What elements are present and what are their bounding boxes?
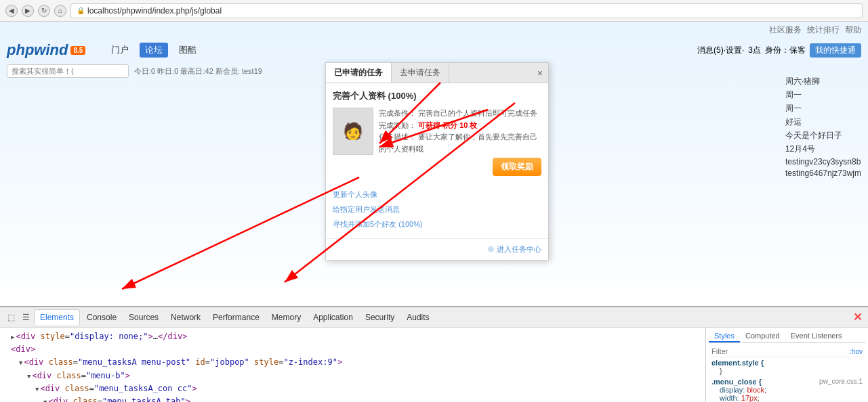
forward-button[interactable]: ▶ [22, 5, 34, 17]
side-panel: 周六·猪脚 周一 周一 好运 今天是个好日子 12月4号 testingv23c… [785, 76, 861, 180]
task-center-link[interactable]: ※ 进入任务中心 [487, 244, 541, 254]
html-line-2[interactable]: <div> [3, 343, 703, 356]
devtools-phone-icon[interactable]: ☰ [19, 311, 33, 324]
devtools-tab-security[interactable]: Security [360, 310, 400, 325]
popup-footer: ※ 进入任务中心 [326, 238, 548, 260]
html-line-1[interactable]: ▶<div style="display: none;">…</div> [3, 330, 703, 343]
site-header: phpwind 8.5 门户 论坛 图酷 消息(5)·设置· 3点 身份：保客 … [0, 39, 868, 62]
main-nav: 门户 论坛 图酷 [106, 43, 202, 58]
devtools-panel: ⬚ ☰ Elements Console Sources Network Per… [0, 306, 868, 402]
task-content: 🧑 完成条件： 完善自己的个人资料后即可完成任务 完成奖励： 可获得 积分 10… [333, 108, 541, 176]
logo-area: phpwind 8.5 [7, 41, 85, 59]
popup-close-button[interactable]: × [532, 63, 548, 83]
style-source: pw_core.css:1 [819, 378, 863, 385]
task-link-1[interactable]: 更新个人头像 [333, 187, 541, 202]
popup-tab-apply[interactable]: 去申请任务 [392, 63, 449, 83]
popup-tabs: 已申请的任务 去申请任务 × [326, 63, 548, 83]
search-input[interactable] [7, 64, 129, 78]
styles-tab-styles[interactable]: Styles [709, 330, 740, 342]
html-line-4[interactable]: ▼<div class="menu-b"> [3, 370, 703, 382]
html-line-5[interactable]: ▼<div class="menu_tasksA_con cc"> [3, 382, 703, 395]
devtools-tab-memory[interactable]: Memory [266, 310, 306, 325]
hov-button[interactable]: :hov [850, 348, 863, 355]
task-popup: 已申请的任务 去申请任务 × 完善个人资料 (100%) 🧑 完成条件： 完善自… [325, 62, 549, 261]
sub-info: 今日:0 昨日:0 最高日:42 新会员: test19 [134, 66, 262, 76]
url-text: localhost/phpwind/index.php/js/global [87, 6, 222, 16]
page-content: 社区服务 统计排行 帮助 phpwind 8.5 门户 论坛 图酷 消息(5)·… [0, 22, 868, 306]
nav-stats[interactable]: 统计排行 [807, 24, 840, 36]
style-display: display: block; [711, 386, 863, 394]
style-rule-1: element.style { } [709, 357, 865, 376]
side-item-3[interactable]: 周一 [785, 103, 861, 114]
menu-close-selector: .menu_close { [711, 378, 762, 386]
devtools-toolbar: ⬚ ☰ Elements Console Sources Network Per… [0, 307, 868, 328]
address-bar[interactable]: 🔒 localhost/phpwind/index.php/js/global [70, 3, 863, 18]
filter-input[interactable] [711, 347, 847, 355]
nav-community[interactable]: 社区服务 [769, 24, 802, 36]
styles-tab-computed[interactable]: Computed [740, 330, 785, 342]
devtools-tab-performance[interactable]: Performance [207, 310, 265, 325]
lock-icon: 🔒 [77, 7, 85, 14]
nav-gallery[interactable]: 图酷 [173, 43, 202, 58]
task-avatar: 🧑 [333, 108, 373, 155]
element-style-selector: element.style { [711, 359, 863, 367]
devtools-body: ▶<div style="display: none;">…</div> <di… [0, 328, 868, 402]
devtools-tab-console[interactable]: Console [81, 310, 122, 325]
task-links: 更新个人头像 给指定用户发送消息 寻找并添加5个好友 (100%) [333, 181, 541, 231]
nav-help[interactable]: 帮助 [845, 24, 861, 36]
style-width: width: 17px; [711, 394, 863, 402]
menu-close-selector-row: .menu_close { pw_core.css:1 [711, 378, 863, 386]
task-desc: 任务描述： 要让大家了解你，首先要先完善自己的个人资料哦 [379, 131, 541, 155]
task-link-3[interactable]: 寻找并添加5个好友 (100%) [333, 217, 541, 231]
devtools-tab-application[interactable]: Application [308, 310, 358, 325]
devtools-tab-audits[interactable]: Audits [401, 310, 434, 325]
side-item-8[interactable]: testing6467njz73wjm [785, 169, 861, 178]
popup-body: 完善个人资料 (100%) 🧑 完成条件： 完善自己的个人资料后即可完成任务 完… [326, 83, 548, 238]
filter-row: :hov [709, 346, 865, 357]
style-rule-2: .menu_close { pw_core.css:1 display: blo… [709, 376, 865, 402]
styles-tabs: Styles Computed Event Listeners [709, 330, 865, 343]
svg-line-1 [122, 177, 359, 289]
user-identity: 身份：保客 [765, 45, 806, 56]
side-item-4[interactable]: 好运 [785, 116, 861, 128]
html-line-6[interactable]: ▼<div class="menu_tasksA_tab"> [3, 395, 703, 402]
home-button[interactable]: ⌂ [54, 5, 66, 17]
element-style-close: } [711, 367, 863, 375]
version-badge: 8.5 [70, 46, 85, 55]
side-item-6[interactable]: 12月4号 [785, 143, 861, 155]
quick-access-button[interactable]: 我的快捷通 [810, 43, 861, 58]
task-reward: 完成奖励： 可获得 积分 10 枚 [379, 120, 541, 132]
user-messages[interactable]: 消息(5)·设置· [697, 45, 744, 56]
devtools-tab-sources[interactable]: Sources [123, 310, 164, 325]
html-tree[interactable]: ▶<div style="display: none;">…</div> <di… [0, 328, 705, 402]
side-item-2[interactable]: 周一 [785, 89, 861, 101]
back-button[interactable]: ◀ [5, 5, 18, 17]
popup-tab-applied[interactable]: 已申请的任务 [326, 63, 392, 83]
nav-portal[interactable]: 门户 [106, 43, 134, 58]
user-area: 消息(5)·设置· 3点 身份：保客 我的快捷通 [697, 43, 861, 58]
browser-chrome: ◀ ▶ ↻ ⌂ 🔒 localhost/phpwind/index.php/js… [0, 0, 868, 22]
task-link-2[interactable]: 给指定用户发送消息 [333, 202, 541, 217]
task-info: 完成条件： 完善自己的个人资料后即可完成任务 完成奖励： 可获得 积分 10 枚… [379, 108, 541, 176]
styles-tab-listeners[interactable]: Event Listeners [785, 330, 848, 342]
html-line-3[interactable]: ▼<div class="menu_tasksA menu-post" id="… [3, 356, 703, 369]
side-item-7[interactable]: testingv23cy3sysn8b [785, 157, 861, 166]
user-points: 3点 [748, 45, 761, 56]
nav-forum[interactable]: 论坛 [140, 43, 168, 58]
devtools-tab-elements[interactable]: Elements [34, 309, 80, 325]
task-condition: 完成条件： 完善自己的个人资料后即可完成任务 [379, 108, 541, 120]
devtools-cursor-icon[interactable]: ⬚ [4, 311, 18, 324]
site-logo[interactable]: phpwind [7, 41, 68, 59]
reward-button[interactable]: 领取奖励 [493, 158, 541, 176]
devtools-tab-network[interactable]: Network [165, 310, 206, 325]
reload-button[interactable]: ↻ [38, 5, 50, 17]
styles-side-panel: Styles Computed Event Listeners :hov ele… [705, 328, 868, 402]
task-title: 完善个人资料 (100%) [333, 90, 541, 102]
top-nav: 社区服务 统计排行 帮助 [0, 22, 868, 39]
side-item-5[interactable]: 今天是个好日子 [785, 130, 861, 141]
devtools-close-button[interactable]: ✕ [850, 311, 864, 324]
side-item-1[interactable]: 周六·猪脚 [785, 76, 861, 87]
